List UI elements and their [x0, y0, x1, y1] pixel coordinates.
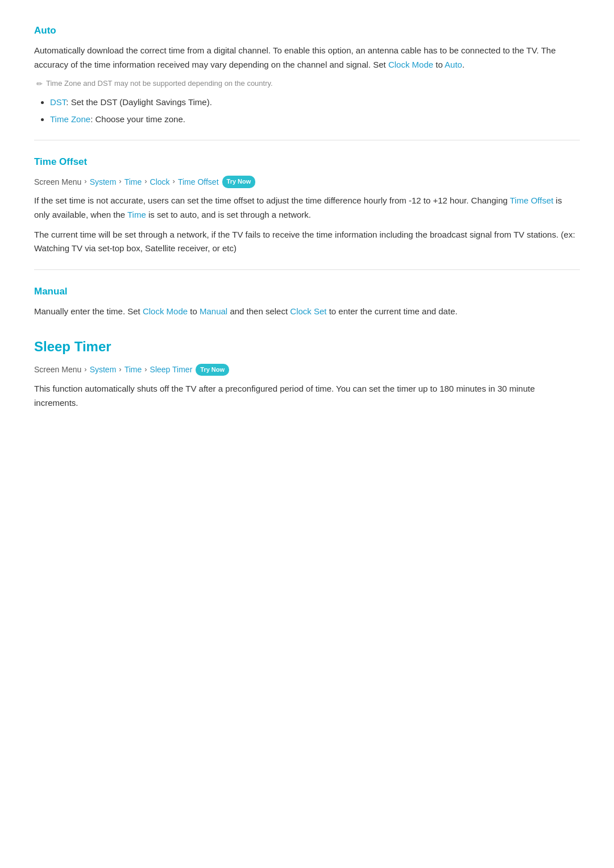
breadcrumb-prefix: Screen Menu [34, 176, 81, 188]
breadcrumb-time-offset[interactable]: Time Offset [178, 176, 219, 188]
divider-1 [34, 140, 580, 140]
manual-link[interactable]: Manual [200, 306, 227, 316]
auto-note: ✏ Time Zone and DST may not be supported… [36, 78, 580, 90]
auto-body: Automatically download the correct time … [34, 44, 580, 72]
sleep-breadcrumb-prefix: Screen Menu [34, 363, 81, 376]
sleep-timer-section: Sleep Timer Screen Menu › System › Time … [34, 336, 580, 410]
sleep-breadcrumb-system[interactable]: System [90, 363, 117, 376]
breadcrumb-time[interactable]: Time [125, 176, 142, 188]
auto-bullet-list: DST: Set the DST (Daylight Savings Time)… [50, 95, 580, 126]
time-offset-body1-text: If the set time is not accurate, users c… [34, 196, 508, 205]
breadcrumb-sep2: › [119, 176, 121, 188]
timezone-link[interactable]: Time Zone [50, 114, 90, 124]
time-offset-body1: If the set time is not accurate, users c… [34, 194, 580, 222]
manual-section: Manual Manually enter the time. Set Cloc… [34, 284, 580, 319]
auto-section: Auto Automatically download the correct … [34, 23, 580, 126]
sleep-breadcrumb-time[interactable]: Time [125, 363, 142, 376]
breadcrumb-clock[interactable]: Clock [150, 176, 170, 188]
dst-link[interactable]: DST [50, 97, 66, 107]
manual-body-end: to enter the current time and date. [329, 306, 458, 316]
clock-mode-link2[interactable]: Clock Mode [143, 306, 188, 316]
time-offset-body2: The current time will be set through a n… [34, 228, 580, 256]
auto-body-text1: Automatically download the correct time … [34, 45, 556, 69]
dst-bullet: DST: Set the DST (Daylight Savings Time)… [50, 95, 580, 109]
manual-body-mid2: and then select [230, 306, 288, 316]
breadcrumb-system[interactable]: System [90, 176, 117, 188]
try-now-badge-1[interactable]: Try Now [222, 176, 256, 188]
sleep-breadcrumb-sleep-timer[interactable]: Sleep Timer [150, 363, 193, 376]
time-offset-section: Time Offset Screen Menu › System › Time … [34, 154, 580, 256]
clock-set-link[interactable]: Clock Set [290, 306, 326, 316]
manual-body-text1: Manually enter the time. Set [34, 306, 140, 316]
auto-link[interactable]: Auto [445, 60, 462, 69]
time-offset-breadcrumb: Screen Menu › System › Time › Clock › Ti… [34, 176, 580, 188]
manual-title: Manual [34, 284, 580, 299]
sleep-timer-body: This function automatically shuts off th… [34, 382, 580, 410]
auto-body-to: to [435, 60, 443, 69]
try-now-badge-2[interactable]: Try Now [196, 364, 229, 376]
breadcrumb-sep3: › [144, 176, 147, 188]
manual-body: Manually enter the time. Set Clock Mode … [34, 305, 580, 319]
clock-mode-link1[interactable]: Clock Mode [388, 60, 433, 69]
time-offset-title: Time Offset [34, 154, 580, 169]
divider-2 [34, 269, 580, 270]
auto-note-text: Time Zone and DST may not be supported d… [46, 78, 273, 90]
sleep-timer-breadcrumb: Screen Menu › System › Time › Sleep Time… [34, 363, 580, 376]
auto-title: Auto [34, 23, 580, 38]
time-link[interactable]: Time [127, 210, 146, 219]
pencil-icon: ✏ [36, 78, 43, 90]
time-offset-body1-end: is set to auto, and is set through a net… [148, 210, 311, 219]
timezone-bullet: Time Zone: Choose your time zone. [50, 113, 580, 126]
manual-body-to: to [190, 306, 197, 316]
sleep-breadcrumb-sep1: › [84, 364, 86, 376]
sleep-timer-title: Sleep Timer [34, 336, 580, 358]
time-offset-link[interactable]: Time Offset [510, 196, 554, 205]
breadcrumb-sep1: › [84, 176, 86, 188]
sleep-breadcrumb-sep3: › [144, 364, 147, 376]
breadcrumb-sep4: › [173, 176, 175, 188]
sleep-breadcrumb-sep2: › [119, 364, 121, 376]
